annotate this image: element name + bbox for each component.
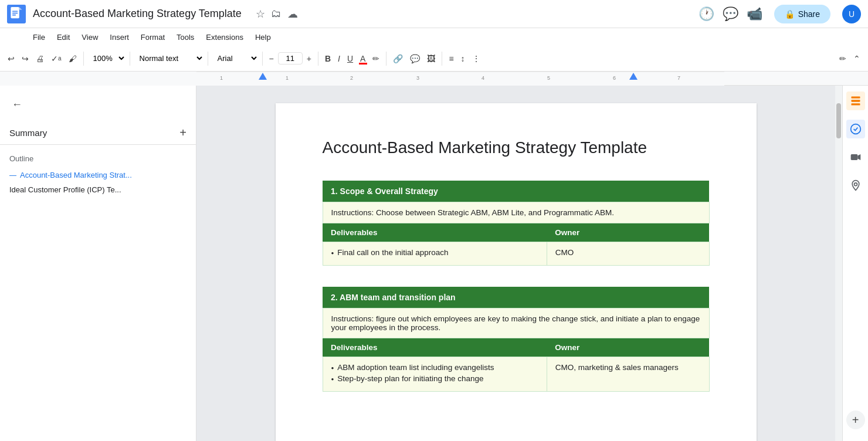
svg-point-24 [854, 183, 857, 186]
section-2-instructions: Instructions: figure out which employees… [323, 308, 709, 338]
section-1-heading: 1. Scope & Overall Strategy [323, 181, 709, 202]
add-panel-button[interactable]: + [846, 411, 865, 429]
outline-item-0[interactable]: Account-Based Marketing Strat... [0, 168, 196, 182]
toolbar-sep-6 [386, 52, 386, 66]
section-1-deliverable-cell: Final call on the initial approach [323, 242, 547, 266]
menu-insert[interactable]: Insert [105, 31, 134, 43]
outline-item-0-label: Account-Based Marketing Strat... [20, 171, 132, 179]
section-2-heading: 2. ABM team and transition plan [323, 287, 709, 308]
svg-text:5: 5 [547, 75, 550, 81]
zoom-select[interactable]: 100% [87, 52, 126, 65]
italic-button[interactable]: I [335, 52, 343, 66]
title-right-area: 🕐 💬 📹 🔒 Share U [699, 5, 861, 23]
toolbar: ↩ ↪ 🖨 ✓a 🖌 100% Normal text Arial − + B … [0, 46, 868, 72]
doc-title-heading: Account-Based Marketing Strategy Templat… [323, 138, 710, 157]
text-color-button[interactable]: A [357, 52, 368, 66]
more-options-button[interactable]: ⋮ [469, 52, 483, 66]
font-size-input[interactable] [278, 52, 303, 65]
line-spacing-button[interactable]: ↕ [458, 52, 468, 66]
increase-font-button[interactable]: + [304, 52, 314, 66]
insert-image-button[interactable]: 🖼 [424, 52, 438, 66]
section-2-bullet-2: Step-by-step plan for initiating the cha… [331, 374, 538, 383]
title-area: Account-Based Marketing Strategy Templat… [26, 0, 249, 28]
cloud-icon[interactable]: ☁ [287, 8, 298, 21]
menu-file[interactable]: File [28, 31, 50, 43]
section-2-col-header-row: Deliverables Owner [323, 338, 709, 357]
lock-icon: 🔒 [785, 9, 795, 19]
svg-text:2: 2 [350, 75, 353, 81]
font-select[interactable]: Arial [212, 52, 259, 65]
pen-button[interactable]: ✏ [836, 52, 849, 66]
scroll-track[interactable] [835, 86, 842, 441]
section-2-owner-header: Owner [547, 338, 709, 357]
section-2-header-row: 2. ABM team and transition plan [323, 287, 709, 308]
google-docs-icon [7, 5, 26, 23]
share-label: Share [798, 9, 820, 19]
paint-format-button[interactable]: 🖌 [66, 52, 80, 66]
spell-check-button[interactable]: ✓a [48, 52, 65, 66]
star-icon[interactable]: ☆ [256, 8, 265, 21]
sidebar-back-button[interactable]: ← [9, 96, 25, 113]
sidebar: ← Summary + Outline Account-Based Market… [0, 86, 196, 441]
menu-extensions[interactable]: Extensions [201, 31, 248, 43]
align-button[interactable]: ≡ [446, 52, 456, 66]
toolbar-sep-5 [318, 52, 318, 66]
map-panel-icon[interactable] [846, 176, 865, 195]
section-1-instructions-row: Instructions: Choose between Strategic A… [323, 202, 709, 223]
section-2-bullet-1-text: ABM adoption team list including evangel… [337, 363, 494, 372]
insert-comment-button[interactable]: 💬 [407, 52, 423, 66]
section-1-owner-header: Owner [547, 223, 709, 242]
section-2-table: 2. ABM team and transition plan Instruct… [323, 287, 710, 392]
outline-section-label: Outline [0, 152, 196, 165]
section-1-bullet-1: Final call on the initial approach [331, 248, 538, 257]
toolbar-sep-7 [442, 52, 442, 66]
svg-rect-19 [851, 100, 860, 101]
svg-rect-18 [851, 97, 860, 99]
toolbar-sep-2 [130, 52, 130, 66]
link-button[interactable]: 🔗 [390, 52, 406, 66]
undo-button[interactable]: ↩ [5, 52, 18, 66]
redo-button[interactable]: ↪ [19, 52, 32, 66]
section-1-data-row: Final call on the initial approach CMO [323, 242, 709, 266]
highlight-button[interactable]: ✏ [369, 52, 382, 66]
bold-button[interactable]: B [322, 52, 334, 66]
section-2-deliverables-header: Deliverables [323, 338, 547, 357]
decrease-font-button[interactable]: − [266, 52, 277, 66]
outline-item-1[interactable]: Ideal Customer Profile (ICP) Te... [0, 182, 196, 197]
comments-icon[interactable]: 💬 [723, 6, 738, 22]
menu-edit[interactable]: Edit [52, 31, 74, 43]
svg-text:1: 1 [220, 75, 223, 81]
menu-view[interactable]: View [77, 31, 103, 43]
summary-add-button[interactable]: + [179, 126, 187, 140]
toolbar-sep-4 [262, 52, 263, 66]
section-1-deliverables-header: Deliverables [323, 223, 547, 242]
print-button[interactable]: 🖨 [33, 52, 47, 66]
ruler-svg: 1 1 2 3 4 5 6 7 [196, 72, 724, 86]
document-title[interactable]: Account-Based Marketing Strategy Templat… [33, 8, 242, 20]
folder-icon[interactable]: 🗂 [271, 8, 282, 20]
user-avatar[interactable]: U [842, 5, 861, 23]
menu-format[interactable]: Format [136, 31, 169, 43]
section-2-data-row: ABM adoption team list including evangel… [323, 357, 709, 392]
meet-icon[interactable]: 📹 [747, 6, 762, 22]
collapse-button[interactable]: ⌃ [850, 52, 863, 66]
contacts-panel-icon[interactable] [846, 91, 865, 110]
svg-rect-22 [850, 154, 857, 160]
share-button[interactable]: 🔒 Share [774, 5, 830, 23]
style-select[interactable]: Normal text [134, 52, 204, 65]
history-icon[interactable]: 🕐 [699, 6, 714, 22]
meet-panel-icon[interactable] [846, 148, 865, 167]
svg-rect-6 [196, 72, 724, 86]
scroll-thumb[interactable] [836, 103, 841, 138]
svg-rect-3 [12, 11, 18, 12]
section-1-bullet-list: Final call on the initial approach [331, 248, 538, 257]
section-2-deliverable-cell: ABM adoption team list including evangel… [323, 357, 547, 392]
main-area: ← Summary + Outline Account-Based Market… [0, 86, 868, 441]
section-1-owner-cell: CMO [547, 242, 709, 266]
underline-button[interactable]: U [344, 52, 356, 66]
section-2-bullet-1: ABM adoption team list including evangel… [331, 363, 538, 372]
section-1-instructions: Instructions: Choose between Strategic A… [323, 202, 709, 223]
menu-tools[interactable]: Tools [172, 31, 199, 43]
tasks-panel-icon[interactable] [846, 120, 865, 138]
menu-help[interactable]: Help [250, 31, 276, 43]
